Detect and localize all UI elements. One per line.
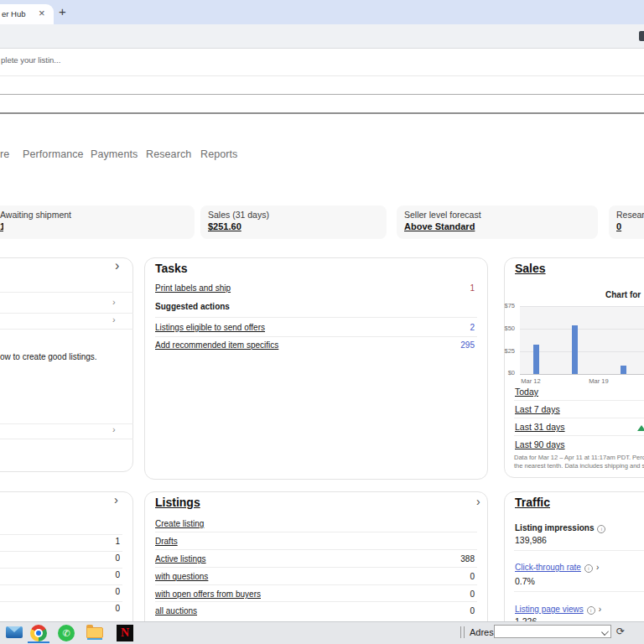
open-offers-link[interactable]: with open offers from buyers	[155, 589, 261, 599]
sales-bar-mar-12	[533, 345, 539, 374]
divider	[155, 317, 477, 318]
click-through-link[interactable]: Click-through rate	[515, 563, 581, 572]
file-explorer-icon[interactable]	[86, 627, 103, 638]
card-label: Awaiting shipment	[0, 210, 71, 220]
chevron-right-icon[interactable]	[115, 259, 119, 273]
divider	[155, 584, 477, 585]
promo-snippet: ow to create good listings.	[0, 352, 97, 361]
nav-item-payments[interactable]: Payments	[91, 148, 138, 160]
chevron-right-icon[interactable]	[476, 496, 480, 507]
info-icon[interactable]	[587, 606, 595, 615]
info-icon[interactable]	[584, 564, 593, 573]
traffic-title[interactable]: Traffic	[515, 496, 550, 509]
listings-title[interactable]: Listings	[155, 496, 200, 509]
active-listings-link[interactable]: Active listings	[155, 554, 206, 564]
info-icon[interactable]	[597, 525, 605, 533]
divider	[155, 549, 477, 550]
eligible-offers-link[interactable]: Listings eligible to send offers	[155, 323, 265, 332]
sales-footnote-line1: Data for Mar 12 – Apr 11 at 11:17am PDT.…	[514, 454, 644, 462]
tab-close-icon[interactable]	[39, 7, 45, 19]
active-app-indicator	[28, 641, 49, 643]
sales-chart-plot	[520, 306, 644, 375]
divider	[514, 435, 644, 436]
refresh-icon[interactable]	[616, 626, 625, 637]
divider	[514, 400, 644, 401]
browser-toolbar	[0, 24, 644, 49]
divider	[0, 329, 133, 330]
item-specifics-count: 295	[441, 340, 475, 350]
card-value[interactable]: $251.60	[208, 221, 242, 231]
netflix-icon[interactable]: N	[117, 625, 133, 641]
page-views-link[interactable]: Listing page views	[515, 605, 584, 614]
card-research[interactable]: Research 0	[609, 205, 644, 239]
trend-up-icon	[637, 425, 644, 431]
eligible-offers-count: 2	[441, 323, 475, 332]
address-input[interactable]	[494, 625, 611, 638]
all-auctions-count: 0	[441, 606, 475, 615]
card-label: Research	[616, 210, 644, 220]
print-labels-link[interactable]: Print labels and ship	[155, 283, 231, 293]
chevron-right-icon[interactable]	[114, 493, 118, 506]
divider	[155, 532, 477, 532]
tab-title: er Hub	[2, 9, 26, 18]
extension-icon[interactable]	[639, 31, 644, 41]
chevron-right-icon[interactable]	[596, 563, 599, 572]
page-views-row: Listing page views	[515, 600, 601, 615]
all-auctions-link[interactable]: all auctions	[155, 606, 197, 615]
x-tick: Mar 12	[517, 377, 545, 385]
with-questions-count: 0	[441, 572, 475, 581]
with-questions-link[interactable]: with questions	[155, 572, 208, 581]
divider	[0, 584, 122, 585]
card-value[interactable]: Above Standard	[404, 221, 475, 231]
sales-title[interactable]: Sales	[515, 262, 546, 275]
divider	[0, 313, 133, 314]
listing-impressions-value: 139,986	[515, 535, 547, 545]
divider	[0, 439, 133, 439]
range-7days-link[interactable]: Last 7 days	[515, 404, 560, 414]
tasks-title: Tasks	[155, 262, 188, 275]
range-90days-link[interactable]: Last 90 days	[515, 439, 565, 449]
toolbar-drag-handle[interactable]	[460, 626, 465, 638]
print-labels-count: 1	[441, 283, 475, 293]
chrome-icon[interactable]	[30, 625, 47, 641]
chevron-right-icon[interactable]	[112, 425, 116, 434]
whatsapp-icon[interactable]	[58, 625, 75, 641]
card-seller-level-forecast[interactable]: Seller level forecast Above Standard	[397, 205, 598, 239]
nav-item-research[interactable]: Research	[146, 148, 191, 160]
browser-tab-strip	[0, 0, 644, 24]
y-tick: $75	[496, 302, 515, 309]
address-toolbar-label: Adres	[470, 627, 494, 637]
range-today-link[interactable]: Today	[515, 387, 538, 397]
divider	[514, 550, 644, 551]
divider	[0, 568, 122, 569]
divider	[0, 551, 122, 552]
drafts-link[interactable]: Drafts	[155, 537, 178, 546]
browser-tab[interactable]: er Hub	[0, 4, 54, 24]
chevron-right-icon[interactable]	[599, 605, 601, 614]
y-tick: $0	[496, 369, 515, 377]
card-sales-31-days[interactable]: Sales (31 days) $251.60	[200, 205, 387, 239]
listing-impressions-label: Listing impressions	[515, 523, 594, 532]
divider	[155, 601, 477, 602]
create-listing-link[interactable]: Create listing	[155, 519, 204, 528]
chevron-right-icon[interactable]	[112, 298, 116, 307]
new-tab-icon[interactable]	[59, 4, 66, 18]
nav-item-reports[interactable]: Reports	[200, 148, 237, 160]
nav-item-store[interactable]: re	[0, 148, 9, 160]
card-awaiting-shipment[interactable]: Awaiting shipment 1	[0, 205, 195, 239]
sales-footnote-line2: the nearest tenth. Data includes shippin…	[514, 462, 644, 470]
x-tick: Mar 19	[584, 377, 613, 385]
chevron-right-icon[interactable]	[112, 315, 116, 325]
mail-icon[interactable]	[6, 626, 23, 638]
nav-item-performance[interactable]: Performance	[23, 148, 84, 160]
divider	[0, 534, 122, 535]
divider	[0, 75, 644, 76]
range-31days-link[interactable]: Last 31 days	[515, 422, 565, 432]
y-tick: $50	[496, 325, 515, 332]
item-specifics-link[interactable]: Add recommended item specifics	[155, 340, 278, 350]
card-value[interactable]: 0	[616, 221, 621, 231]
card-label: Seller level forecast	[404, 210, 481, 220]
card-value[interactable]: 1	[0, 221, 3, 231]
sales-bar-mar-21	[621, 366, 626, 374]
orders-row-value: 0	[86, 587, 120, 596]
